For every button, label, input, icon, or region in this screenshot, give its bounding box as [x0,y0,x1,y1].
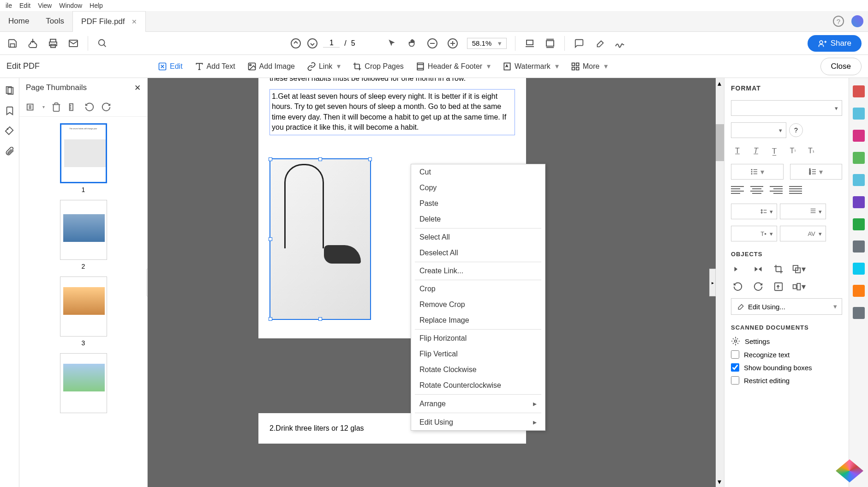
ctx-delete[interactable]: Delete [411,211,545,227]
tab-document[interactable]: PDF File.pdf ✕ [72,11,145,32]
search-icon[interactable] [96,37,108,49]
flip-h-icon[interactable] [731,263,745,275]
page-input[interactable] [323,39,340,48]
watermark-button[interactable]: Watermark▾ [498,59,563,74]
pages-icon[interactable] [5,85,15,96]
menu-help[interactable]: Help [86,1,107,10]
arrange-icon[interactable]: ▾ [792,263,806,275]
menu-file[interactable]: ile [2,1,16,10]
italic-button[interactable]: T [749,144,762,157]
cloud-icon[interactable] [27,37,39,49]
share-button[interactable]: Share [808,35,862,52]
doc-image-selected[interactable] [269,158,371,320]
rotate-cw-icon[interactable] [751,281,765,293]
zoom-dropdown[interactable]: 58.1%▾ [467,38,507,49]
ctx-rotate-cw[interactable]: Rotate Clockwise [411,362,545,378]
line-spacing-dropdown[interactable]: ▾ [731,204,777,219]
highlight-icon[interactable] [593,37,605,49]
thumb-rotate-cw-icon[interactable] [101,102,111,112]
ctx-deselect-all[interactable]: Deselect All [411,245,545,261]
replace-icon[interactable] [772,281,785,293]
zoom-out-icon[interactable] [426,37,438,49]
ctx-remove-crop[interactable]: Remove Crop [411,297,545,313]
add-image-button[interactable]: Add Image [243,59,299,74]
fit-page-icon[interactable] [544,37,556,49]
ctx-flip-v[interactable]: Flip Vertical [411,346,545,362]
align-right-button[interactable] [770,186,783,197]
help-icon[interactable]: ? [833,16,844,27]
ctx-flip-h[interactable]: Flip Horizontal [411,331,545,346]
rotate-ccw-icon[interactable] [731,281,745,293]
ctx-copy[interactable]: Copy [411,180,545,196]
vertical-scrollbar[interactable]: ▴▾ [716,78,724,487]
kerning-dropdown[interactable]: AV ▾ [780,226,826,241]
comment-icon[interactable] [573,37,585,49]
thumb-options-icon[interactable] [26,102,36,112]
subscript-button[interactable]: T₁ [805,144,818,157]
bold-button[interactable]: T [731,144,744,157]
tool-edit-icon[interactable] [853,108,865,120]
flip-v-icon[interactable] [751,263,765,275]
menu-edit[interactable]: Edit [16,1,34,10]
tool-organize-icon[interactable] [853,174,865,186]
sign-icon[interactable] [614,37,626,49]
fit-width-icon[interactable] [524,37,536,49]
page-down-icon[interactable] [306,37,318,49]
ctx-crop[interactable]: Crop [411,281,545,297]
page-up-icon[interactable] [290,37,302,49]
menu-window[interactable]: Window [55,1,86,10]
print-icon[interactable] [47,37,59,49]
more-button[interactable]: More▾ [566,59,612,74]
add-text-button[interactable]: Add Text [190,59,240,74]
tool-more-icon[interactable] [853,307,865,319]
tool-prepare-icon[interactable] [853,263,865,275]
align-left-button[interactable] [731,186,744,197]
size-dropdown[interactable]: ▾ [731,122,786,138]
thumbnail-3[interactable]: 3 [60,277,107,347]
superscript-button[interactable]: T¹ [786,144,799,157]
doc-text-block[interactable]: 1.Get at least seven hours of sleep ever… [269,89,515,135]
recognize-text-checkbox[interactable] [731,350,739,359]
ctx-paste[interactable]: Paste [411,196,545,211]
thumbnails-close-icon[interactable]: ✕ [134,83,141,93]
settings-row[interactable]: Settings [731,337,842,346]
tool-comment-icon[interactable] [853,152,865,164]
thumbnail-4[interactable] [60,353,107,413]
align-center-button[interactable] [750,186,763,197]
tab-close-icon[interactable]: ✕ [132,18,137,25]
attachment-icon[interactable] [5,146,15,156]
tab-tools[interactable]: Tools [37,11,72,32]
ctx-cut[interactable]: Cut [411,164,545,180]
bullet-list-button[interactable]: ▾ [731,164,784,180]
number-list-button[interactable]: 123▾ [790,164,843,180]
crop-pages-button[interactable]: Crop Pages [348,59,408,74]
tool-export-icon[interactable] [853,130,865,142]
tool-combine-icon[interactable] [853,285,865,297]
tool-protect-icon[interactable] [853,218,865,230]
restrict-editing-checkbox[interactable] [731,376,739,385]
zoom-in-icon[interactable] [447,37,459,49]
align-obj-icon[interactable]: ▾ [792,281,806,293]
select-tool-icon[interactable] [386,37,398,49]
email-icon[interactable] [67,37,79,49]
edit-button[interactable]: Edit [153,59,187,74]
thumb-rotate-ccw-icon[interactable] [84,102,95,112]
tag-icon[interactable] [5,126,15,136]
ctx-select-all[interactable]: Select All [411,229,545,245]
save-icon[interactable] [6,37,18,49]
para-spacing-dropdown[interactable]: ▾ [780,204,826,219]
signin-icon[interactable] [851,15,863,27]
collapse-right-icon[interactable]: ▸ [709,269,716,296]
bookmark-icon[interactable] [5,106,15,116]
menu-view[interactable]: View [34,1,55,10]
hand-tool-icon[interactable] [406,37,418,49]
align-justify-button[interactable] [789,186,802,197]
bounding-boxes-checkbox[interactable] [731,363,739,372]
ctx-replace-image[interactable]: Replace Image [411,313,545,328]
thumbnail-2[interactable]: 2 [60,200,107,270]
format-help-icon[interactable]: ? [789,123,803,137]
tool-create-icon[interactable] [853,85,865,97]
ctx-create-link[interactable]: Create Link... [411,263,545,279]
ctx-rotate-ccw[interactable]: Rotate Counterclockwise [411,378,545,393]
underline-button[interactable]: T̲ [768,144,781,157]
